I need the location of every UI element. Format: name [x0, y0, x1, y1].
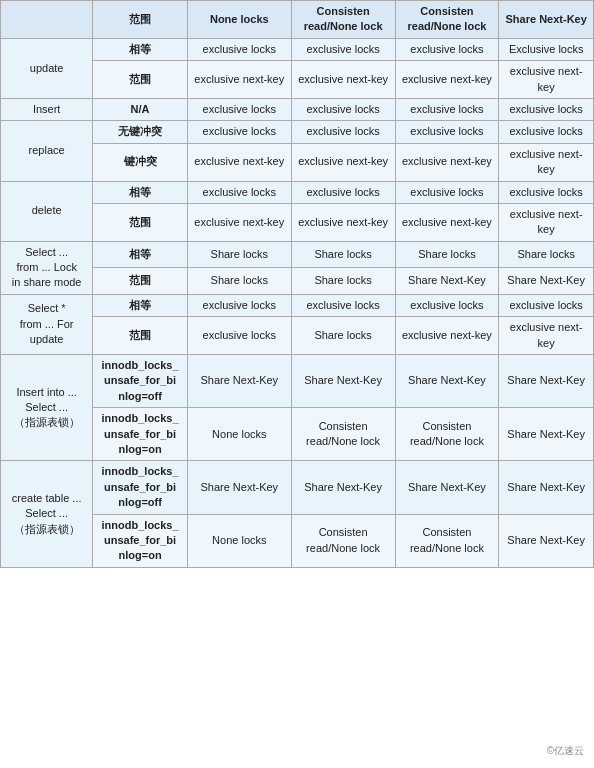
- val-update-2-c5: exclusive next-key: [499, 61, 594, 99]
- val-forupdate-2-c4: exclusive next-key: [395, 317, 499, 355]
- val-createsel-1-c2: Share Next-Key: [187, 461, 291, 514]
- val-replace-2-c5: exclusive next-key: [499, 143, 594, 181]
- val-insert-1-c5: exclusive locks: [499, 98, 594, 120]
- val-delete-2-c3: exclusive next-key: [291, 203, 395, 241]
- val-replace-1-c5: exclusive locks: [499, 121, 594, 143]
- cond-replace-1: 无键冲突: [93, 121, 188, 143]
- val-replace-1-c2: exclusive locks: [187, 121, 291, 143]
- cond-share-1: 相等: [93, 241, 188, 268]
- val-share-2-c4: Share Next-Key: [395, 268, 499, 295]
- val-createsel-2-c4: Consisten read/None lock: [395, 514, 499, 567]
- header-isolation1: None locks: [187, 1, 291, 39]
- op-update: update: [1, 38, 93, 98]
- val-createsel-2-c2: None locks: [187, 514, 291, 567]
- val-delete-1-c4: exclusive locks: [395, 181, 499, 203]
- cond-replace-2: 键冲突: [93, 143, 188, 181]
- val-forupdate-1-c5: exclusive locks: [499, 294, 594, 316]
- op-delete: delete: [1, 181, 93, 241]
- val-insertsel-2-c5: Share Next-Key: [499, 408, 594, 461]
- cond-update-2: 范围: [93, 61, 188, 99]
- header-cond: 范围: [93, 1, 188, 39]
- op-replace: replace: [1, 121, 93, 181]
- val-replace-1-c4: exclusive locks: [395, 121, 499, 143]
- val-replace-2-c4: exclusive next-key: [395, 143, 499, 181]
- val-delete-2-c4: exclusive next-key: [395, 203, 499, 241]
- val-insertsel-1-c5: Share Next-Key: [499, 355, 594, 408]
- val-share-1-c5: Share locks: [499, 241, 594, 268]
- val-insert-1-c3: exclusive locks: [291, 98, 395, 120]
- val-share-1-c3: Share locks: [291, 241, 395, 268]
- header-isolation4: Share Next-Key: [499, 1, 594, 39]
- op-select-update: Select * from ... For update: [1, 294, 93, 354]
- val-forupdate-1-c4: exclusive locks: [395, 294, 499, 316]
- val-createsel-1-c3: Share Next-Key: [291, 461, 395, 514]
- val-insert-1-c4: exclusive locks: [395, 98, 499, 120]
- cond-update-1: 相等: [93, 38, 188, 60]
- val-delete-2-c2: exclusive next-key: [187, 203, 291, 241]
- val-update-1-c5: Exclusive locks: [499, 38, 594, 60]
- cond-insertsel-2: innodb_locks_ unsafe_for_bi nlog=on: [93, 408, 188, 461]
- val-createsel-2-c5: Share Next-Key: [499, 514, 594, 567]
- val-insertsel-2-c4: Consisten read/None lock: [395, 408, 499, 461]
- cond-createsel-1: innodb_locks_ unsafe_for_bi nlog=off: [93, 461, 188, 514]
- val-share-1-c2: Share locks: [187, 241, 291, 268]
- op-create-select: create table ... Select ... （指源表锁）: [1, 461, 93, 567]
- val-forupdate-1-c2: exclusive locks: [187, 294, 291, 316]
- val-update-2-c2: exclusive next-key: [187, 61, 291, 99]
- val-delete-1-c3: exclusive locks: [291, 181, 395, 203]
- cond-createsel-2: innodb_locks_ unsafe_for_bi nlog=on: [93, 514, 188, 567]
- val-replace-1-c3: exclusive locks: [291, 121, 395, 143]
- val-share-2-c3: Share locks: [291, 268, 395, 295]
- val-createsel-1-c5: Share Next-Key: [499, 461, 594, 514]
- val-share-1-c4: Share locks: [395, 241, 499, 268]
- val-update-1-c4: exclusive locks: [395, 38, 499, 60]
- val-insertsel-1-c3: Share Next-Key: [291, 355, 395, 408]
- val-forupdate-2-c5: exclusive next-key: [499, 317, 594, 355]
- val-update-2-c3: exclusive next-key: [291, 61, 395, 99]
- val-delete-2-c5: exclusive next-key: [499, 203, 594, 241]
- header-isolation3: Consisten read/None lock: [395, 1, 499, 39]
- cond-forupdate-1: 相等: [93, 294, 188, 316]
- header-op: [1, 1, 93, 39]
- val-insert-1-c2: exclusive locks: [187, 98, 291, 120]
- header-isolation2: Consisten read/None lock: [291, 1, 395, 39]
- val-insertsel-1-c4: Share Next-Key: [395, 355, 499, 408]
- val-update-1-c2: exclusive locks: [187, 38, 291, 60]
- val-update-2-c4: exclusive next-key: [395, 61, 499, 99]
- val-createsel-1-c4: Share Next-Key: [395, 461, 499, 514]
- val-forupdate-2-c2: exclusive locks: [187, 317, 291, 355]
- val-replace-2-c3: exclusive next-key: [291, 143, 395, 181]
- val-forupdate-1-c3: exclusive locks: [291, 294, 395, 316]
- cond-insert-1: N/A: [93, 98, 188, 120]
- op-select-share: Select ... from ... Lock in share mode: [1, 241, 93, 294]
- val-forupdate-2-c3: Share locks: [291, 317, 395, 355]
- op-insert-select: Insert into ... Select ... （指源表锁）: [1, 355, 93, 461]
- val-insertsel-2-c3: Consisten read/None lock: [291, 408, 395, 461]
- val-delete-1-c5: exclusive locks: [499, 181, 594, 203]
- cond-delete-2: 范围: [93, 203, 188, 241]
- cond-share-2: 范围: [93, 268, 188, 295]
- val-share-2-c5: Share Next-Key: [499, 268, 594, 295]
- cond-insertsel-1: innodb_locks_ unsafe_for_bi nlog=off: [93, 355, 188, 408]
- cond-delete-1: 相等: [93, 181, 188, 203]
- val-createsel-2-c3: Consisten read/None lock: [291, 514, 395, 567]
- val-delete-1-c2: exclusive locks: [187, 181, 291, 203]
- val-insertsel-2-c2: None locks: [187, 408, 291, 461]
- val-update-1-c3: exclusive locks: [291, 38, 395, 60]
- val-replace-2-c2: exclusive next-key: [187, 143, 291, 181]
- cond-forupdate-2: 范围: [93, 317, 188, 355]
- val-share-2-c2: Share locks: [187, 268, 291, 295]
- op-insert: Insert: [1, 98, 93, 120]
- val-insertsel-1-c2: Share Next-Key: [187, 355, 291, 408]
